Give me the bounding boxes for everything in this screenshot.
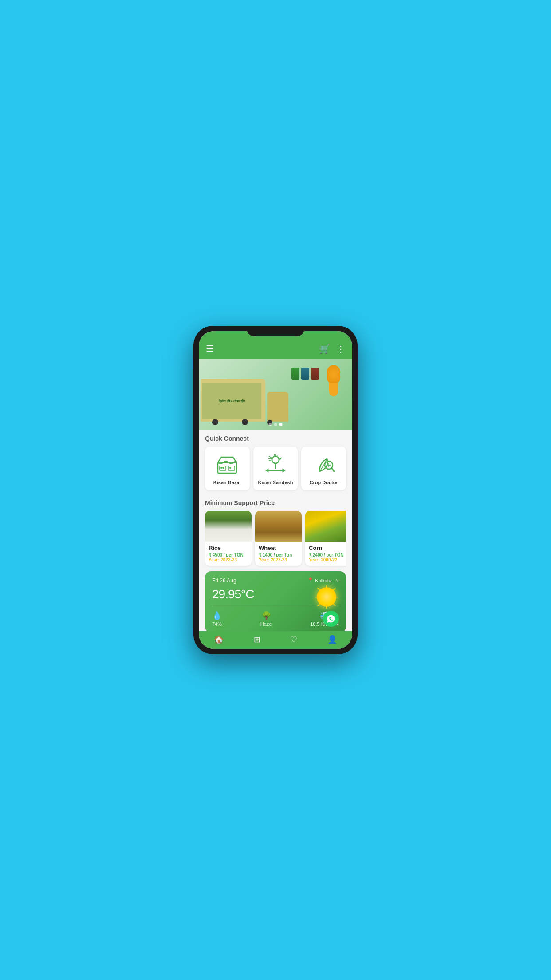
rice-card[interactable]: Rice ₹ 4500 / per TON Year: 2022-23 <box>205 511 252 566</box>
phone-frame: ☰ 🛒 ⋮ ক্রিটাপ ৪জি ও গৌষক গ্রীণ <box>193 326 358 654</box>
condition-stat: 🌳 Haze <box>260 611 272 627</box>
rice-info: Rice ₹ 4500 / per TON Year: 2022-23 <box>205 542 252 566</box>
rice-year: Year: 2022-23 <box>209 557 248 562</box>
whatsapp-button[interactable] <box>323 611 339 627</box>
home-icon: 🏠 <box>214 635 224 644</box>
corn-year: Year: 2000-22 <box>309 557 346 562</box>
corn-image <box>305 511 346 542</box>
dot-2[interactable] <box>274 423 277 426</box>
corn-info: Corn ₹ 2400 / per TON Year: 2000-22 <box>305 542 346 566</box>
kisan-bazar-icon <box>214 452 240 476</box>
humidity-icon: 💧 <box>212 611 222 620</box>
svg-line-10 <box>331 468 334 471</box>
weather-location: 📍 Kolkata, IN <box>307 577 339 583</box>
hero-banner: ক্রিটাপ ৪জি ও গৌষক গ্রীণ <box>199 359 352 430</box>
cart-icon[interactable]: 🛒 <box>319 344 330 354</box>
corn-card[interactable]: Corn ₹ 2400 / per TON Year: 2000-22 <box>305 511 346 566</box>
phone-screen: ☰ 🛒 ⋮ ক্রিটাপ ৪জি ও গৌষক গ্রীণ <box>199 331 352 649</box>
grid-icon: ⊞ <box>254 635 260 644</box>
quick-connect-title: Quick Connect <box>205 435 346 442</box>
weather-date: Fri 26 Aug <box>212 577 236 584</box>
svg-line-20 <box>318 604 320 606</box>
kisan-sandesh-card[interactable]: Kisan Sandesh <box>253 447 298 490</box>
msp-section: Minimum Support Price Rice ₹ 4500 / per … <box>199 494 352 571</box>
kisan-sandesh-icon <box>262 452 289 476</box>
nav-heart[interactable]: ♡ <box>290 635 297 644</box>
heart-icon: ♡ <box>290 635 297 644</box>
wheat-name: Wheat <box>259 545 298 551</box>
bottom-nav: 🏠 ⊞ ♡ 👤 <box>199 631 352 649</box>
wheat-card[interactable]: Wheat ₹ 1400 / per Ton Year: 2022-23 <box>255 511 302 566</box>
crop-doctor-card[interactable]: Crop Doctor <box>301 447 346 490</box>
user-icon: 👤 <box>327 635 337 644</box>
svg-point-6 <box>272 456 279 463</box>
nav-home[interactable]: 🏠 <box>214 635 224 644</box>
corn-name: Corn <box>309 545 346 551</box>
rice-name: Rice <box>209 545 248 551</box>
menu-icon[interactable]: ☰ <box>206 344 214 354</box>
svg-line-17 <box>318 588 320 590</box>
condition-value: Haze <box>260 621 272 627</box>
condition-icon: 🌳 <box>261 611 271 620</box>
crop-doctor-icon <box>311 452 337 476</box>
corn-price: ₹ 2400 / per TON <box>309 553 346 557</box>
crop-doctor-label: Crop Doctor <box>310 480 338 485</box>
svg-line-19 <box>333 588 335 590</box>
phone-notch <box>247 326 304 336</box>
rice-image <box>205 511 252 542</box>
wheat-year: Year: 2022-23 <box>259 557 298 562</box>
svg-point-4 <box>222 467 224 469</box>
humidity-stat: 💧 74% <box>212 611 222 627</box>
banner-dots <box>269 423 283 426</box>
nav-grid[interactable]: ⊞ <box>254 635 260 644</box>
nav-user[interactable]: 👤 <box>327 635 337 644</box>
svg-line-18 <box>333 604 335 606</box>
svg-point-3 <box>220 467 222 469</box>
more-icon[interactable]: ⋮ <box>336 344 345 354</box>
kisan-bazar-card[interactable]: Kisan Bazar <box>205 447 250 490</box>
dot-1[interactable] <box>269 423 272 426</box>
wheat-info: Wheat ₹ 1400 / per Ton Year: 2022-23 <box>255 542 302 566</box>
quick-connect-grid: Kisan Bazar <box>205 447 346 490</box>
svg-rect-2 <box>228 466 235 470</box>
quick-connect-section: Quick Connect <box>199 430 352 494</box>
wheat-image <box>255 511 302 542</box>
wheat-price: ₹ 1400 / per Ton <box>259 553 298 557</box>
dot-3[interactable] <box>279 423 283 426</box>
rice-price: ₹ 4500 / per TON <box>209 553 248 557</box>
banner-text: ক্রিটাপ ৪জি ও গৌষক গ্রীণ <box>202 383 261 419</box>
weather-card: Fri 26 Aug 📍 Kolkata, IN 29.95°C <box>205 571 346 631</box>
weather-top: Fri 26 Aug 📍 Kolkata, IN <box>212 577 339 584</box>
location-pin-icon: 📍 <box>307 577 314 583</box>
kisan-sandesh-label: Kisan Sandesh <box>258 480 293 485</box>
humidity-value: 74% <box>212 621 222 627</box>
kisan-bazar-label: Kisan Bazar <box>213 480 241 485</box>
svg-point-5 <box>229 467 231 469</box>
msp-grid: Rice ₹ 4500 / per TON Year: 2022-23 Whea… <box>205 511 346 568</box>
weather-sun-icon <box>314 585 339 609</box>
scroll-content: Quick Connect <box>199 430 352 631</box>
msp-title: Minimum Support Price <box>205 499 346 506</box>
